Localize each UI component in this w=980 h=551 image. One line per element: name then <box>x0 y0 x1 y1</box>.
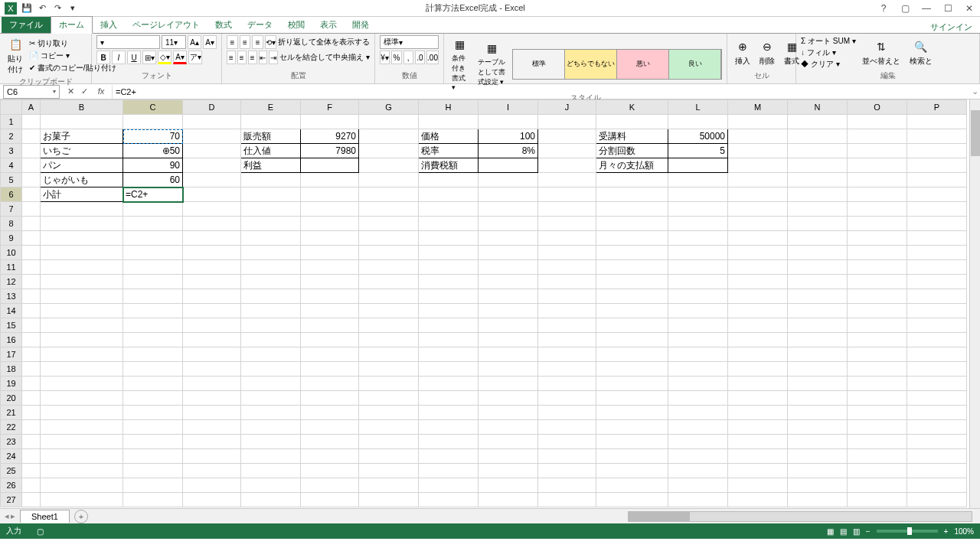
row-header-13[interactable]: 13 <box>1 289 22 304</box>
cell-J8[interactable] <box>538 217 596 231</box>
cell-I21[interactable] <box>479 406 538 420</box>
cell-P23[interactable] <box>907 435 967 449</box>
cell-B15[interactable] <box>41 318 123 333</box>
cell-K12[interactable] <box>596 275 668 289</box>
cell-N9[interactable] <box>788 231 848 246</box>
cell-N1[interactable] <box>788 115 848 129</box>
cell-H25[interactable] <box>419 464 479 478</box>
cell-G27[interactable] <box>359 493 419 507</box>
cell-A3[interactable] <box>22 144 41 158</box>
cell-A20[interactable] <box>22 391 41 406</box>
cell-K15[interactable] <box>596 318 668 333</box>
cell-D17[interactable] <box>183 347 241 362</box>
cell-O5[interactable] <box>848 173 907 187</box>
cell-E11[interactable] <box>241 260 301 275</box>
cell-C12[interactable] <box>123 275 183 289</box>
zoom-out-icon[interactable]: − <box>866 527 871 536</box>
cell-G24[interactable] <box>359 449 419 464</box>
cell-E4[interactable]: 利益 <box>241 158 301 173</box>
cell-B24[interactable] <box>41 449 123 464</box>
cell-N11[interactable] <box>788 260 848 275</box>
cell-J19[interactable] <box>538 377 596 391</box>
cell-E8[interactable] <box>241 217 301 231</box>
cell-B5[interactable]: じゃがいも <box>41 173 123 187</box>
cell-P22[interactable] <box>907 420 967 435</box>
cell-C9[interactable] <box>123 231 183 246</box>
cell-K22[interactable] <box>596 420 668 435</box>
cell-H13[interactable] <box>419 289 479 304</box>
style-normal[interactable]: 標準 <box>513 50 565 79</box>
cell-M18[interactable] <box>728 362 788 377</box>
cell-E12[interactable] <box>241 275 301 289</box>
wrap-text-button[interactable]: 折り返して全体を表示する <box>278 37 370 47</box>
row-header-19[interactable]: 19 <box>1 377 22 391</box>
cell-I1[interactable] <box>479 115 538 129</box>
cell-C5[interactable]: 60 <box>123 173 183 187</box>
cell-C21[interactable] <box>123 406 183 420</box>
cell-B4[interactable]: パン <box>41 158 123 173</box>
minimize-icon[interactable]: — <box>916 3 937 14</box>
cell-P18[interactable] <box>907 362 967 377</box>
tab-formulas[interactable]: 数式 <box>207 17 240 33</box>
cell-P5[interactable] <box>907 173 967 187</box>
row-header-26[interactable]: 26 <box>1 478 22 493</box>
cell-I3[interactable]: 8% <box>479 144 538 158</box>
cancel-entry-icon[interactable]: ✕ <box>64 86 77 96</box>
cell-H19[interactable] <box>419 377 479 391</box>
align-top-icon[interactable]: ≡ <box>227 35 238 49</box>
cell-C4[interactable]: 90 <box>123 158 183 173</box>
cell-F10[interactable] <box>301 246 359 260</box>
cell-F9[interactable] <box>301 231 359 246</box>
tab-insert[interactable]: 挿入 <box>93 17 125 33</box>
cell-N18[interactable] <box>788 362 848 377</box>
cell-A17[interactable] <box>22 347 41 362</box>
cell-L3[interactable]: 5 <box>668 144 728 158</box>
cell-F8[interactable] <box>301 217 359 231</box>
currency-icon[interactable]: ¥▾ <box>380 51 390 64</box>
cell-K13[interactable] <box>596 289 668 304</box>
cell-G19[interactable] <box>359 377 419 391</box>
close-icon[interactable]: ✕ <box>959 3 980 14</box>
cell-O15[interactable] <box>848 318 907 333</box>
cell-K10[interactable] <box>596 246 668 260</box>
cell-O18[interactable] <box>848 362 907 377</box>
cell-H14[interactable] <box>419 304 479 318</box>
cell-N10[interactable] <box>788 246 848 260</box>
cell-H24[interactable] <box>419 449 479 464</box>
cell-C19[interactable] <box>123 377 183 391</box>
cell-P12[interactable] <box>907 275 967 289</box>
cell-A27[interactable] <box>22 493 41 507</box>
cell-M26[interactable] <box>728 478 788 493</box>
cell-D3[interactable] <box>183 144 241 158</box>
cell-D24[interactable] <box>183 449 241 464</box>
cell-G20[interactable] <box>359 391 419 406</box>
cell-G2[interactable] <box>359 129 419 144</box>
cell-D18[interactable] <box>183 362 241 377</box>
cell-I20[interactable] <box>479 391 538 406</box>
row-header-21[interactable]: 21 <box>1 406 22 420</box>
cell-H21[interactable] <box>419 406 479 420</box>
cell-K19[interactable] <box>596 377 668 391</box>
cell-O7[interactable] <box>848 202 907 217</box>
font-size-selector[interactable]: 11 ▾ <box>162 35 186 49</box>
cell-A7[interactable] <box>22 202 41 217</box>
decrease-decimal-icon[interactable]: .00 <box>426 51 439 64</box>
row-header-7[interactable]: 7 <box>1 202 22 217</box>
cell-B12[interactable] <box>41 275 123 289</box>
cell-B14[interactable] <box>41 304 123 318</box>
cell-J6[interactable] <box>538 187 596 202</box>
cell-K27[interactable] <box>596 493 668 507</box>
cell-P20[interactable] <box>907 391 967 406</box>
worksheet-grid[interactable]: ABCDEFGHIJKLMNOP12お菓子70販売額9270価格100受講料50… <box>0 99 967 507</box>
clear-button[interactable]: ◆ クリア ▾ <box>801 59 856 70</box>
cell-A6[interactable] <box>22 187 41 202</box>
cell-D16[interactable] <box>183 333 241 347</box>
row-header-23[interactable]: 23 <box>1 435 22 449</box>
zoom-slider[interactable] <box>877 530 938 533</box>
cell-O9[interactable] <box>848 231 907 246</box>
cell-B8[interactable] <box>41 217 123 231</box>
row-header-12[interactable]: 12 <box>1 275 22 289</box>
orientation-icon[interactable]: ⟲▾ <box>265 35 276 49</box>
cell-L12[interactable] <box>668 275 728 289</box>
cell-F12[interactable] <box>301 275 359 289</box>
